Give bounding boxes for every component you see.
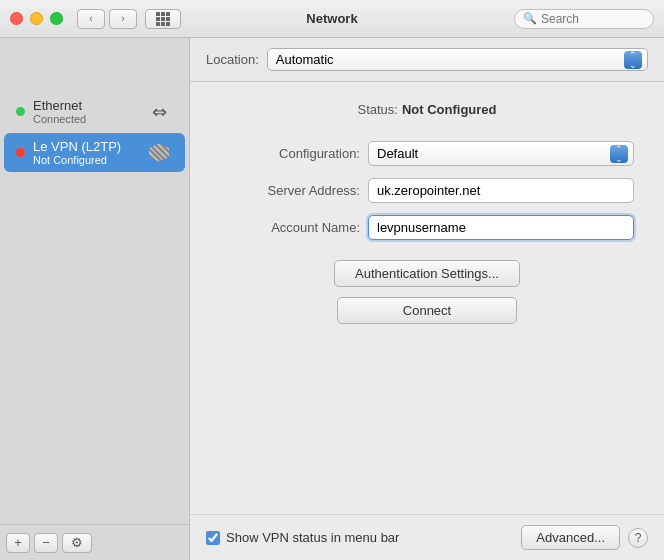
server-input[interactable]	[368, 178, 634, 203]
show-vpn-label: Show VPN status in menu bar	[226, 530, 399, 545]
location-bar: Location: Automatic Edit Locations... ⌃⌄	[190, 38, 664, 82]
right-panel: Status: Not Configured Configuration: De…	[190, 38, 664, 560]
status-dot-green	[16, 107, 25, 116]
ethernet-status: Connected	[33, 113, 137, 125]
add-network-button[interactable]: +	[6, 533, 30, 553]
close-button[interactable]	[10, 12, 23, 25]
account-row: Account Name:	[220, 215, 634, 240]
advanced-button[interactable]: Advanced...	[521, 525, 620, 550]
back-button[interactable]: ‹	[77, 9, 105, 29]
nav-buttons: ‹ ›	[77, 9, 137, 29]
grid-icon	[156, 12, 170, 26]
vpn-lock-icon	[145, 143, 173, 163]
location-select[interactable]: Automatic Edit Locations...	[267, 48, 648, 71]
help-button[interactable]: ?	[628, 528, 648, 548]
action-buttons: Authentication Settings... Connect	[220, 260, 634, 324]
config-select[interactable]: Default	[368, 141, 634, 166]
titlebar: ‹ › Network 🔍	[0, 0, 664, 38]
config-label: Configuration:	[220, 146, 360, 161]
network-item-ethernet[interactable]: Ethernet Connected ⇔	[4, 92, 185, 131]
search-input[interactable]	[541, 12, 645, 26]
status-dot-red	[16, 148, 25, 157]
status-value: Not Configured	[402, 102, 497, 117]
connect-button[interactable]: Connect	[337, 297, 517, 324]
maximize-button[interactable]	[50, 12, 63, 25]
vpn-name: Le VPN (L2TP)	[33, 139, 137, 154]
grid-button[interactable]	[145, 9, 181, 29]
main-content: Location: Automatic Edit Locations... ⌃⌄…	[0, 38, 664, 560]
show-vpn-checkbox[interactable]	[206, 531, 220, 545]
server-label: Server Address:	[220, 183, 360, 198]
sidebar: Location: Automatic Edit Locations... ⌃⌄…	[0, 38, 190, 560]
config-control: Default ⌃⌄	[368, 141, 634, 166]
vpn-status: Not Configured	[33, 154, 137, 166]
config-row: Configuration: Default ⌃⌄	[220, 141, 634, 166]
search-icon: 🔍	[523, 12, 537, 25]
account-label: Account Name:	[220, 220, 360, 235]
minimize-button[interactable]	[30, 12, 43, 25]
panel-footer: Show VPN status in menu bar Advanced... …	[190, 514, 664, 560]
server-control	[368, 178, 634, 203]
footer-right: Advanced... ?	[521, 525, 648, 550]
search-box[interactable]: 🔍	[514, 9, 654, 29]
network-item-vpn[interactable]: Le VPN (L2TP) Not Configured	[4, 133, 185, 172]
show-vpn-row: Show VPN status in menu bar	[206, 530, 399, 545]
window-title: Network	[306, 11, 357, 26]
network-list: Ethernet Connected ⇔ Le VPN (L2TP) Not C…	[0, 82, 189, 524]
network-settings-button[interactable]: ⚙	[62, 533, 92, 553]
forward-button[interactable]: ›	[109, 9, 137, 29]
form-rows: Configuration: Default ⌃⌄ Server Address…	[220, 141, 634, 240]
remove-network-button[interactable]: −	[34, 533, 58, 553]
location-label: Location:	[206, 52, 259, 67]
status-row: Status: Not Configured	[220, 102, 634, 117]
sidebar-bottom: + − ⚙	[0, 524, 189, 560]
account-input[interactable]	[368, 215, 634, 240]
server-row: Server Address:	[220, 178, 634, 203]
auth-settings-button[interactable]: Authentication Settings...	[334, 260, 520, 287]
account-control	[368, 215, 634, 240]
traffic-lights	[10, 12, 63, 25]
status-label: Status:	[357, 102, 397, 117]
panel-content: Status: Not Configured Configuration: De…	[190, 82, 664, 514]
arrows-icon: ⇔	[145, 102, 173, 122]
ethernet-name: Ethernet	[33, 98, 137, 113]
location-select-wrapper: Automatic Edit Locations... ⌃⌄	[267, 48, 648, 71]
